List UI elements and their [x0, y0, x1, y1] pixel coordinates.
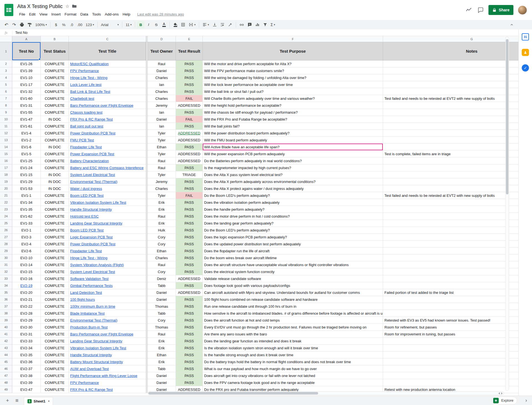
cell-C45[interactable]: Battery Mount Structural Integrity [69, 358, 146, 365]
cell-F36[interactable]: 100 flight hours combined on release can… [203, 296, 383, 303]
cell-C18[interactable]: System Level Electrical Test [69, 171, 146, 178]
cell-F39[interactable]: Does the aircraft function at hot and co… [203, 317, 383, 324]
explore-button[interactable]: Explore [492, 397, 517, 404]
cell-F3[interactable]: Will the FPV performance make customers … [203, 67, 383, 74]
cell-B4[interactable]: COMPLETE [41, 74, 69, 81]
cell-F20[interactable]: Does the Alta X protect agains water / d… [203, 185, 383, 192]
cell-F46[interactable]: What is our max payload and how much mar… [203, 365, 383, 372]
cell-D32[interactable]: Cory [148, 268, 176, 275]
cell-C40[interactable]: Production Burn-in Test [69, 324, 146, 331]
cell-G11[interactable] [383, 123, 518, 130]
cell-F14[interactable]: Will Active Blade have an acceptable lif… [203, 144, 383, 151]
cell-G1[interactable]: Notes [383, 42, 518, 60]
cell-B34[interactable]: COMPLETE [41, 282, 69, 289]
column-header-G[interactable]: G [383, 36, 518, 42]
cell-B25[interactable]: COMPLETE [41, 220, 69, 227]
cell-E30[interactable]: PASS [176, 254, 203, 261]
cell-D3[interactable]: Daniel [148, 67, 176, 74]
fill-handle[interactable] [39, 58, 40, 60]
cell-B38[interactable]: COMPLETE [41, 310, 69, 317]
cell-D34[interactable]: Tabb [148, 282, 176, 289]
row-header-14[interactable]: 14 [0, 144, 12, 151]
cell-F7[interactable]: Will Charlie Bolts perform adequately ov… [203, 95, 383, 102]
row-header-19[interactable]: 19 [0, 178, 12, 185]
star-icon[interactable]: ☆ [65, 4, 69, 9]
cell-E41[interactable]: PASS [176, 331, 203, 338]
column-header-F[interactable]: F [203, 36, 383, 42]
cell-F28[interactable]: Does the updated power distribution test… [203, 241, 383, 248]
cell-B35[interactable]: COMPLETE [41, 289, 69, 296]
row-header-39[interactable]: 39 [0, 317, 12, 324]
borders-button[interactable] [179, 21, 187, 28]
cell-C44[interactable]: Handle Structural Integrity [69, 351, 146, 358]
cell-D21[interactable]: Tyler [148, 192, 176, 199]
cell-D39[interactable]: Cory [148, 317, 176, 324]
row-header-23[interactable]: 23 [0, 206, 12, 213]
cell-B47[interactable]: COMPLETE [41, 372, 69, 379]
cell-F26[interactable]: Do the Boom LED's perform adequately? [203, 227, 383, 234]
cell-C14[interactable]: Flopdapter Life Test [69, 144, 146, 151]
cell-F10[interactable]: Will the FRX Pro and Futaba Range be acc… [203, 116, 383, 123]
cell-C27[interactable]: Logic Expansion PCB Test [69, 234, 146, 241]
cell-D45[interactable]: Erik [148, 358, 176, 365]
cell-A3[interactable]: EV1-39 [12, 67, 41, 74]
cell-A1[interactable]: Test No [12, 42, 41, 60]
cell-D36[interactable]: Daniel [148, 296, 176, 303]
menu-add-ons[interactable]: Add-ons [103, 12, 121, 17]
cell-E34[interactable]: PASS [176, 282, 203, 289]
cell-G41[interactable]: Room for improvement in tuning, but pass… [383, 331, 518, 338]
share-button[interactable]: Share [488, 5, 513, 15]
format-currency-button[interactable]: $ [52, 21, 60, 28]
column-header-E[interactable]: E [176, 36, 203, 42]
cell-A7[interactable]: EV1-60 [12, 95, 41, 102]
cell-E45[interactable]: PASS [176, 358, 203, 365]
cell-G46[interactable] [383, 365, 518, 372]
undo-button[interactable]: ↶ [3, 21, 10, 28]
cell-G43[interactable] [383, 345, 518, 351]
cell-D25[interactable]: Erik [148, 220, 176, 227]
cell-E46[interactable]: PASS [176, 365, 203, 372]
cell-C42[interactable]: Landing Gear Structural Integrity [69, 338, 146, 345]
cell-B16[interactable]: COMPLETE [41, 157, 69, 164]
cell-D44[interactable]: Ethan [148, 351, 176, 358]
cell-F27[interactable]: Does the logic expansion PCB perform ade… [203, 234, 383, 241]
cell-A5[interactable]: EV1-17 [12, 81, 41, 88]
cell-E11[interactable]: PASS [176, 123, 203, 130]
cell-E36[interactable]: PASS [176, 296, 203, 303]
cell-E13[interactable]: ADDRESSED [176, 137, 203, 144]
side-panel-toggle-icon[interactable]: › [525, 398, 527, 403]
cell-A41[interactable]: EV2-31 [12, 331, 41, 338]
cell-G25[interactable] [383, 220, 518, 227]
cell-F4[interactable]: Will the wiring be damaged by folding / … [203, 74, 383, 81]
cell-D14[interactable]: Ethan [148, 144, 176, 151]
cell-C11[interactable]: Ball joint pull out test [69, 123, 146, 130]
cell-A9[interactable]: EV1-55 [12, 109, 41, 116]
cell-C29[interactable]: Flopdapter Life Test [69, 248, 146, 254]
cell-E19[interactable]: PASS [176, 178, 203, 185]
cell-G13[interactable] [383, 137, 518, 144]
cell-D18[interactable]: Tyler [148, 171, 176, 178]
cell-F40[interactable]: Every EV/DV unit must go through the 2 h… [203, 324, 383, 331]
cell-G8[interactable] [383, 102, 518, 109]
row-header-42[interactable]: 42 [0, 338, 12, 345]
chevron-down-icon[interactable]: ▾ [48, 400, 50, 403]
cell-D8[interactable]: Jeremy [148, 102, 176, 109]
add-sheet-button[interactable]: + [3, 397, 12, 404]
row-header-33[interactable]: 33 [0, 275, 12, 282]
cell-C38[interactable]: Blade Imbalance Test [69, 310, 146, 317]
cell-B27[interactable]: COMPLETE [41, 234, 69, 241]
cell-E26[interactable]: PASS [176, 227, 203, 234]
cell-F45[interactable]: Do the battery trays hold the battery in… [203, 358, 383, 365]
text-wrap-button[interactable] [219, 21, 226, 28]
cell-C10[interactable]: FRX Pro & RC Range Test [69, 116, 146, 123]
menu-edit[interactable]: Edit [27, 12, 37, 17]
cell-B29[interactable]: COMPLETE [41, 248, 69, 254]
cell-A32[interactable]: EV2-15 [12, 268, 41, 275]
cell-A29[interactable]: EV2-6 [12, 248, 41, 254]
cell-A10[interactable]: EV1-47 [12, 116, 41, 123]
cell-D9[interactable]: Ian [148, 109, 176, 116]
cell-D7[interactable]: Charles [148, 95, 176, 102]
row-header-27[interactable]: 27 [0, 234, 12, 241]
cell-E44[interactable]: PASS [176, 351, 203, 358]
row-header-32[interactable]: 32 [0, 268, 12, 275]
